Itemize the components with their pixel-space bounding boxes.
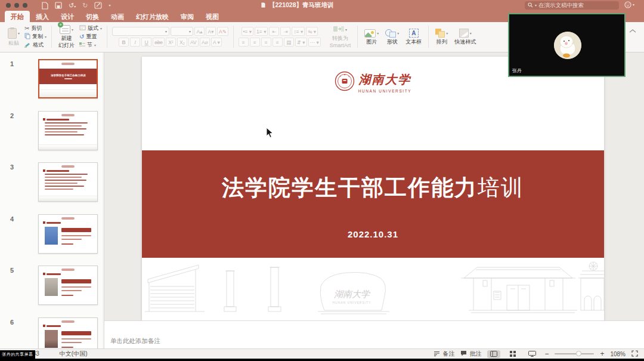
traffic-lights[interactable]: [6, 3, 27, 8]
tab-animations[interactable]: 动画: [105, 11, 130, 22]
clear-formatting-button[interactable]: A✎: [217, 27, 228, 36]
font-effect-button-0[interactable]: B: [119, 38, 129, 47]
font-effect-button-6[interactable]: AV: [188, 38, 199, 47]
webcam-tile[interactable]: 张丹: [508, 13, 626, 77]
notes-toggle-button[interactable]: 备注: [434, 350, 454, 358]
save-icon[interactable]: [55, 2, 62, 9]
draw-pen-icon[interactable]: [94, 2, 102, 9]
clipboard-group: ▾ 粘贴 ✂剪切 复制▾ 格式: [2, 24, 50, 50]
tab-view[interactable]: 视图: [200, 11, 225, 22]
search-input[interactable]: ▾ 在演示文稿中搜索: [525, 1, 619, 10]
layout-button[interactable]: 版式▾: [79, 24, 102, 32]
paragraph-row-2-button-4[interactable]: ▤: [284, 38, 294, 47]
format-painter-button[interactable]: 格式: [24, 41, 47, 49]
shrink-font-button[interactable]: A▾: [206, 27, 216, 36]
new-document-icon[interactable]: [42, 2, 48, 10]
language-indicator[interactable]: 中文(中国): [60, 350, 88, 358]
fullscreen-icon[interactable]: [631, 350, 638, 358]
picture-button[interactable]: ▾ 图片: [363, 29, 380, 45]
font-color-button[interactable]: A ▾: [211, 38, 222, 47]
reset-button[interactable]: ↺重置: [79, 33, 102, 41]
participant-name: 张丹: [512, 67, 522, 74]
letterbox-strip: [0, 359, 644, 361]
svg-text:湖南大学: 湖南大学: [334, 289, 371, 299]
close-window-icon[interactable]: [6, 3, 11, 8]
paragraph-row-2-button-6[interactable]: ⋯ ▾: [308, 38, 321, 47]
font-effect-button-1[interactable]: I: [130, 38, 140, 47]
slide-thumbnail-3[interactable]: [38, 162, 98, 202]
quick-styles-icon: [459, 29, 469, 38]
minimize-window-icon[interactable]: [14, 3, 19, 8]
paragraph-row-1-button-1[interactable]: 1≡ ▾: [255, 27, 268, 36]
font-effect-button-3[interactable]: abc: [153, 38, 165, 47]
zoom-slider-knob[interactable]: [576, 351, 581, 356]
zoom-window-icon[interactable]: [23, 3, 27, 8]
tab-home[interactable]: 开始: [5, 11, 30, 22]
arrange-button[interactable]: ▾ 排列: [434, 29, 450, 45]
zoom-in-button[interactable]: +: [600, 350, 604, 358]
font-effect-button-2[interactable]: U: [141, 38, 151, 47]
paragraph-row-2-button-2[interactable]: ≡: [261, 38, 271, 47]
font-name-combo[interactable]: ▾: [112, 27, 169, 36]
paragraph-row-2-button-3[interactable]: ≡: [273, 38, 283, 47]
font-size-combo[interactable]: ▾: [171, 27, 193, 36]
slide-canvas[interactable]: 湖南大学 HUNAN UNIVERSITY 法学院学生干部工作能力培训 2022…: [104, 53, 644, 320]
convert-smartart-button[interactable]: ▾ 转换为 SmartArt: [328, 25, 353, 48]
font-effect-button-4[interactable]: X²: [166, 38, 176, 47]
undo-icon[interactable]: ↺▾: [69, 2, 76, 10]
paragraph-row-1-button-0[interactable]: •≡ ▾: [242, 27, 254, 36]
grow-font-button[interactable]: A▴: [194, 27, 205, 36]
slide-thumbnail-4[interactable]: [38, 214, 98, 254]
tab-insert[interactable]: 插入: [30, 11, 55, 22]
paragraph-row-2-button-1[interactable]: ≡: [250, 38, 260, 47]
font-effect-button-5[interactable]: X₂: [177, 38, 187, 47]
tab-review[interactable]: 审阅: [175, 11, 200, 22]
zoom-slider[interactable]: [555, 353, 594, 354]
paragraph-row-1-button-5[interactable]: ⇋ ▾: [306, 27, 318, 36]
comments-toggle-button[interactable]: 批注: [460, 350, 481, 358]
screen-share-label: 张丹的共享屏幕: [0, 350, 35, 359]
normal-view-button[interactable]: [487, 350, 500, 358]
collapse-ribbon-icon[interactable]: [629, 25, 636, 36]
paragraph-row-1-button-3[interactable]: ⇥: [280, 27, 290, 36]
cut-button[interactable]: ✂剪切: [24, 24, 47, 32]
qat-customize-icon[interactable]: ▾: [109, 4, 110, 7]
search-scope-caret-icon[interactable]: ▾: [535, 4, 537, 7]
arrange-icon: [435, 29, 445, 38]
tab-transitions[interactable]: 切换: [80, 11, 105, 22]
slide-thumbnail-panel[interactable]: 1法学院学生干部工作能力培训23456: [0, 53, 104, 348]
slide-editor[interactable]: 湖南大学 HUNAN UNIVERSITY 法学院学生干部工作能力培训 2022…: [142, 57, 604, 320]
section-button[interactable]: 节▾: [79, 41, 102, 49]
logo-chinese-text: 湖南大学: [359, 72, 411, 88]
font-effect-button-7[interactable]: A⌀: [200, 38, 210, 47]
feedback-smiley-icon[interactable]: ▾: [624, 1, 634, 8]
slide-thumbnail-5[interactable]: [38, 266, 98, 305]
slide-thumbnail-1[interactable]: 法学院学生干部工作能力培训: [38, 59, 98, 98]
tab-design[interactable]: 设计: [55, 11, 80, 22]
paragraph-row-1-button-4[interactable]: ↕≡ ▾: [292, 27, 305, 36]
new-slide-button[interactable]: ▾ 新建 幻灯片: [57, 25, 76, 48]
quick-access-toolbar: ↺▾ ↻ ▾: [42, 1, 110, 10]
notes-pane[interactable]: 单击此处添加备注: [104, 320, 644, 348]
textbox-button[interactable]: A 文本框: [404, 29, 423, 45]
slide-sorter-view-button[interactable]: [506, 350, 519, 358]
slideshow-view-button[interactable]: [525, 350, 538, 358]
zoom-percentage[interactable]: 108%: [610, 351, 626, 357]
shapes-button[interactable]: ▾ 形状: [383, 29, 401, 45]
paste-button[interactable]: ▾ 粘贴: [6, 28, 21, 46]
paragraph-row-2-button-0[interactable]: ≡: [239, 38, 249, 47]
thumbnail-number-5: 5: [10, 267, 14, 274]
paragraph-row-1-button-2[interactable]: ⇤: [269, 27, 279, 36]
paragraph-row-2-button-5[interactable]: ⇵ ▾: [295, 38, 307, 47]
quick-styles-button[interactable]: ▾ 快速样式: [453, 29, 478, 45]
copy-button[interactable]: 复制▾: [24, 33, 47, 41]
title-band[interactable]: 法学院学生干部工作能力培训 2022.10.31: [142, 150, 604, 258]
tab-slideshow[interactable]: 幻灯片放映: [130, 11, 175, 22]
reset-icon: ↺: [79, 33, 84, 40]
zoom-out-button[interactable]: −: [544, 350, 549, 358]
redo-icon[interactable]: ↻: [82, 2, 88, 10]
copy-icon: [24, 33, 30, 41]
notes-placeholder[interactable]: 单击此处添加备注: [110, 337, 160, 345]
svg-text:HUNAN UNIVERSITY: HUNAN UNIVERSITY: [332, 301, 371, 304]
slide-thumbnail-2[interactable]: [38, 111, 98, 150]
